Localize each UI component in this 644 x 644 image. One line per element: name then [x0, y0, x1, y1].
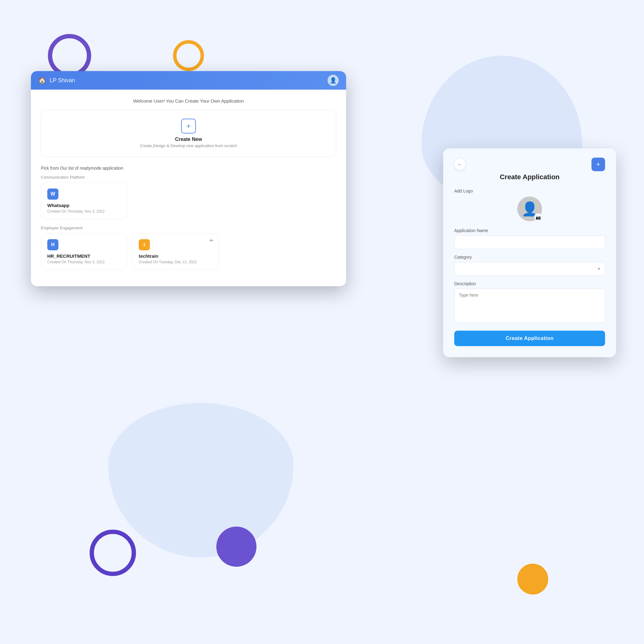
- deco-purple-solid-circle: [216, 527, 256, 567]
- panel-plus-icon: +: [596, 160, 600, 168]
- add-logo-section: Add Logo 👤 📷: [454, 189, 605, 221]
- topbar-title: LP Shivan: [50, 77, 75, 84]
- create-new-sublabel: Create,Design & Develop new application …: [50, 143, 327, 148]
- welcome-text: Welcome User! You Can Create Your Own Ap…: [41, 98, 336, 104]
- whatsapp-date: Created On Thursday, Nov 3, 2022: [47, 209, 121, 214]
- app-card-hr[interactable]: H HR_RECRUITMENT Created On Thursday, No…: [41, 233, 127, 270]
- techtrain-icon: t: [139, 239, 150, 250]
- panel-title: Create Application: [454, 173, 605, 181]
- topbar-left: 🏠 LP Shivan: [38, 77, 75, 84]
- create-application-button[interactable]: Create Application: [454, 331, 605, 346]
- employee-apps-grid: H HR_RECRUITMENT Created On Thursday, No…: [41, 233, 336, 270]
- description-textarea[interactable]: [454, 289, 605, 323]
- techtrain-name: techtrain: [139, 253, 212, 259]
- app-name-label: Application Name: [454, 228, 605, 233]
- bg-shape-bottom-left: [108, 403, 294, 557]
- hr-name: HR_RECRUITMENT: [47, 253, 121, 259]
- topbar: 🏠 LP Shivan 👤: [31, 71, 346, 90]
- deco-orange-solid-circle: [517, 564, 548, 595]
- deco-purple-ring-topleft: [48, 34, 91, 77]
- app-card-whatsapp[interactable]: W Whatsapp Created On Thursday, Nov 3, 2…: [41, 183, 127, 219]
- back-button[interactable]: ←: [454, 159, 465, 170]
- whatsapp-name: Whatsapp: [47, 203, 121, 208]
- category-select-wrapper: ▼: [454, 262, 605, 276]
- hr-date: Created On Thursday, Nov 3, 2022: [47, 260, 121, 264]
- pick-label: Pick from Our list of readymode applicat…: [41, 166, 336, 171]
- create-new-card[interactable]: + Create New Create,Design & Develop new…: [41, 110, 336, 157]
- panel-header: ← +: [454, 158, 605, 171]
- window-body: Welcome User! You Can Create Your Own Ap…: [31, 90, 346, 286]
- section-employee-label: Employee Engagement: [41, 226, 336, 230]
- add-logo-label: Add Logo: [454, 189, 605, 193]
- user-avatar[interactable]: 👤: [328, 75, 339, 86]
- section-employee: Employee Engagement H HR_RECRUITMENT Cre…: [41, 226, 336, 270]
- logo-avatar: 👤 📷: [517, 197, 542, 221]
- create-application-panel: ← + Create Application Add Logo 👤 📷 Appl…: [443, 148, 616, 357]
- hr-icon: H: [47, 239, 58, 250]
- app-card-techtrain[interactable]: t techtrain Created On Tuesday, Dec 13, …: [132, 233, 219, 270]
- techtrain-date: Created On Tuesday, Dec 13, 2022: [139, 260, 212, 264]
- category-select[interactable]: [454, 262, 605, 276]
- create-new-plus-icon: +: [181, 119, 196, 133]
- section-communication: Communication Platform W Whatsapp Create…: [41, 175, 336, 219]
- deco-purple-ring-bottomleft: [90, 530, 136, 576]
- edit-icon[interactable]: ✏: [210, 238, 214, 243]
- whatsapp-icon: W: [47, 189, 58, 200]
- section-communication-label: Communication Platform: [41, 175, 336, 180]
- avatar-icon: 👤: [330, 77, 337, 84]
- panel-plus-button[interactable]: +: [591, 158, 605, 171]
- deco-orange-ring-top: [173, 40, 204, 71]
- description-label: Description: [454, 281, 605, 286]
- home-icon[interactable]: 🏠: [38, 77, 46, 84]
- main-window: 🏠 LP Shivan 👤 Welcome User! You Can Crea…: [31, 71, 346, 286]
- camera-icon[interactable]: 📷: [534, 213, 542, 221]
- plus-symbol: +: [186, 122, 191, 130]
- logo-upload-area[interactable]: 👤 📷: [454, 197, 605, 221]
- app-name-input[interactable]: [454, 235, 605, 249]
- category-label: Category: [454, 255, 605, 260]
- communication-apps-grid: W Whatsapp Created On Thursday, Nov 3, 2…: [41, 183, 336, 219]
- create-new-label: Create New: [50, 137, 327, 142]
